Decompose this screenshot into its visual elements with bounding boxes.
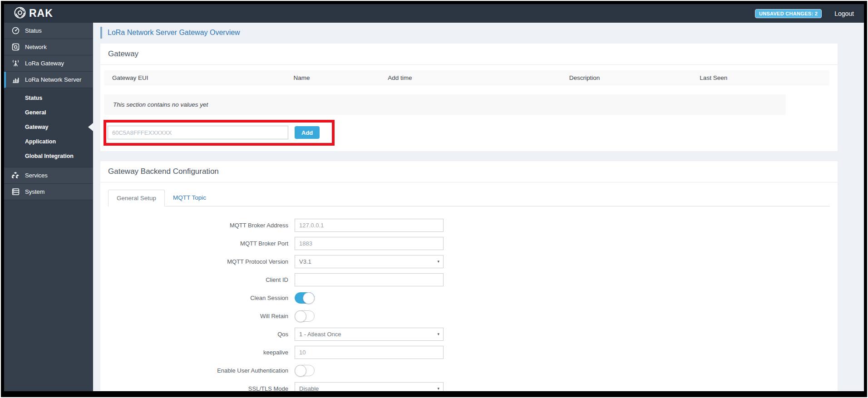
- active-item-arrow: [88, 123, 93, 131]
- form-row: MQTT Broker Address: [100, 218, 838, 232]
- backend-heading: Gateway Backend Configuration: [100, 161, 838, 182]
- client-id-input[interactable]: [295, 273, 444, 286]
- app-window: RAK UNSAVED CHANGES: 2 Logout Status Net…: [1, 1, 867, 397]
- breadcrumb: LoRa Network Server Gateway Overview: [100, 26, 838, 39]
- mqtt-broker-port-label: MQTT Broker Port: [100, 240, 295, 247]
- mqtt-protocol-version-label: MQTT Protocol Version: [100, 258, 295, 265]
- sidebar-item-label: LoRa Network Server: [25, 76, 81, 83]
- mqtt-broker-port-input[interactable]: [295, 237, 444, 250]
- qos-select[interactable]: 1 - Atleast Once ▾: [295, 328, 444, 341]
- add-gateway-button[interactable]: Add: [295, 126, 320, 139]
- mqtt-broker-address-label: MQTT Broker Address: [100, 222, 295, 229]
- sidebar-item-system[interactable]: System: [4, 184, 93, 200]
- sidebar-item-network[interactable]: Network: [4, 39, 93, 55]
- col-description: Description: [561, 70, 692, 85]
- submenu-item-global-integration[interactable]: Global Integration: [4, 149, 93, 163]
- form-row: SSL/TLS Mode Disable ▾: [100, 382, 838, 391]
- form-row: MQTT Protocol Version V3.1 ▾: [100, 255, 838, 268]
- keepalive-input[interactable]: [295, 346, 444, 359]
- clean-session-label: Clean Session: [100, 295, 295, 301]
- chevron-down-icon: ▾: [437, 386, 439, 391]
- form-row: Qos 1 - Atleast Once ▾: [100, 327, 838, 341]
- sidebar-item-status[interactable]: Status: [4, 23, 93, 39]
- form-row: keepalive: [100, 345, 838, 359]
- keepalive-label: keepalive: [100, 349, 295, 356]
- tab-mqtt-topic[interactable]: MQTT Topic: [165, 190, 214, 206]
- rak-logo-icon: [14, 7, 26, 20]
- sidebar-item-lora-network-server[interactable]: LoRa Network Server: [4, 72, 93, 88]
- antenna-icon: [11, 59, 20, 67]
- backend-tabs: General Setup MQTT Topic: [108, 190, 830, 206]
- top-bar: RAK UNSAVED CHANGES: 2 Logout: [4, 4, 864, 23]
- title-accent-bar: [100, 27, 102, 39]
- submenu-item-status[interactable]: Status: [4, 91, 93, 105]
- sidebar-item-label: System: [25, 188, 44, 195]
- sidebar-item-lora-gateway[interactable]: LoRa Gateway: [4, 55, 93, 72]
- gateway-backend-card: Gateway Backend Configuration General Se…: [100, 161, 838, 391]
- gateway-card: Gateway Gateway EUI Name Add time Descri…: [100, 44, 838, 151]
- empty-state-message: This section contains no values yet: [104, 94, 786, 115]
- sidebar: Status Network LoRa Gateway LoRa Network…: [4, 23, 93, 391]
- client-id-label: Client ID: [100, 276, 295, 283]
- sidebar-filler: [4, 200, 93, 391]
- gateway-table-header-row: Gateway EUI Name Add time Description La…: [104, 70, 829, 85]
- mqtt-protocol-version-select[interactable]: V3.1 ▾: [295, 255, 444, 268]
- unsaved-changes-badge[interactable]: UNSAVED CHANGES: 2: [755, 9, 822, 18]
- toggle-knob: [303, 292, 315, 304]
- enable-user-authentication-toggle[interactable]: [295, 365, 315, 376]
- sidebar-item-services[interactable]: Services: [4, 167, 93, 184]
- lora-network-server-submenu: Status General Gateway Application Globa…: [4, 88, 93, 167]
- server-icon: [11, 188, 20, 196]
- chevron-down-icon: ▾: [437, 332, 439, 336]
- brand-logo: RAK: [14, 7, 53, 20]
- ssl-tls-mode-select[interactable]: Disable ▾: [295, 382, 444, 392]
- page-title: LoRa Network Server Gateway Overview: [108, 29, 240, 37]
- enable-user-auth-label: Enable User Authentication: [100, 367, 295, 374]
- sidebar-item-label: Services: [25, 172, 48, 179]
- cubes-icon: [11, 172, 20, 179]
- brand-name: RAK: [29, 7, 53, 20]
- submenu-item-application[interactable]: Application: [4, 134, 93, 149]
- sidebar-item-label: Network: [25, 44, 47, 50]
- toggle-knob: [295, 310, 306, 322]
- toggle-knob: [295, 365, 306, 377]
- gateway-table: Gateway EUI Name Add time Description La…: [104, 70, 829, 85]
- sidebar-item-label: LoRa Gateway: [25, 60, 64, 67]
- form-row: Client ID: [100, 273, 838, 286]
- col-gateway-eui: Gateway EUI: [104, 70, 286, 85]
- general-setup-form: MQTT Broker Address MQTT Broker Port MQT…: [100, 206, 838, 391]
- gauge-icon: [11, 27, 20, 34]
- main-content: LoRa Network Server Gateway Overview Gat…: [93, 23, 864, 391]
- chevron-down-icon: ▾: [437, 259, 439, 264]
- logout-button[interactable]: Logout: [834, 10, 854, 17]
- network-icon: [11, 43, 20, 51]
- form-row: Will Retain: [100, 309, 838, 323]
- col-last-seen: Last Seen: [691, 70, 829, 85]
- bar-chart-icon: [11, 76, 20, 84]
- ssl-tls-mode-label: SSL/TLS Mode: [100, 385, 295, 392]
- submenu-item-gateway[interactable]: Gateway: [4, 120, 93, 134]
- form-row: MQTT Broker Port: [100, 236, 838, 250]
- sidebar-item-label: Status: [25, 27, 42, 34]
- mqtt-broker-address-input[interactable]: [295, 219, 444, 232]
- clean-session-toggle[interactable]: [295, 292, 315, 304]
- gateway-eui-input[interactable]: [108, 126, 288, 139]
- qos-label: Qos: [100, 331, 295, 338]
- submenu-item-general[interactable]: General: [4, 105, 93, 120]
- will-retain-toggle[interactable]: [295, 310, 315, 322]
- form-row: Clean Session: [100, 291, 838, 305]
- gateway-heading: Gateway: [100, 44, 838, 65]
- form-row: Enable User Authentication: [100, 364, 838, 377]
- col-name: Name: [286, 70, 380, 85]
- will-retain-label: Will Retain: [100, 313, 295, 319]
- tab-general-setup[interactable]: General Setup: [108, 190, 165, 206]
- col-add-time: Add time: [380, 70, 561, 85]
